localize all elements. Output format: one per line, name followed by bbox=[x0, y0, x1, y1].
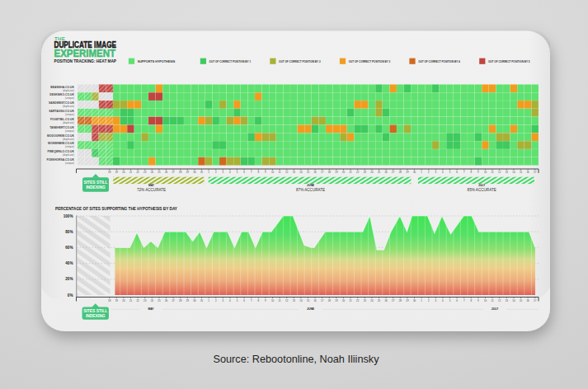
svg-text:24: 24 bbox=[151, 171, 154, 174]
svg-text:(unique): (unique) bbox=[65, 96, 74, 100]
svg-text:20: 20 bbox=[122, 171, 125, 174]
svg-text:21: 21 bbox=[129, 171, 133, 174]
svg-text:12: 12 bbox=[285, 299, 289, 302]
svg-text:SITES STILL: SITES STILL bbox=[83, 309, 107, 313]
svg-text:24: 24 bbox=[370, 171, 374, 174]
svg-text:23: 23 bbox=[143, 299, 147, 302]
svg-text:26: 26 bbox=[165, 171, 168, 174]
svg-text:22: 22 bbox=[356, 171, 360, 174]
svg-text:21: 21 bbox=[129, 299, 133, 302]
svg-text:30: 30 bbox=[193, 171, 196, 174]
svg-text:0%: 0% bbox=[68, 293, 73, 298]
svg-text:POSITION TRACKING: HEAT MAP: POSITION TRACKING: HEAT MAP bbox=[54, 59, 117, 63]
svg-text:(duplicate): (duplicate) bbox=[63, 89, 74, 92]
svg-text:20%: 20% bbox=[65, 277, 73, 281]
svg-text:12: 12 bbox=[498, 299, 501, 302]
svg-text:24: 24 bbox=[370, 299, 374, 302]
svg-text:INDEXING: INDEXING bbox=[86, 185, 106, 190]
svg-text:13: 13 bbox=[293, 299, 296, 302]
svg-text:14: 14 bbox=[299, 299, 303, 302]
svg-text:18: 18 bbox=[328, 171, 332, 174]
svg-text:14: 14 bbox=[512, 171, 515, 174]
svg-text:14: 14 bbox=[512, 299, 515, 302]
svg-text:19: 19 bbox=[335, 171, 338, 174]
svg-text:OUT OF CORRECT POSITION BY 1: OUT OF CORRECT POSITION BY 1 bbox=[209, 59, 252, 63]
svg-text:15: 15 bbox=[307, 299, 310, 302]
svg-text:72% ACCURATE: 72% ACCURATE bbox=[137, 188, 166, 192]
svg-text:10: 10 bbox=[484, 171, 487, 174]
svg-text:16: 16 bbox=[313, 299, 317, 302]
svg-text:PERCENTAGE OF SITES SUPPORTING: PERCENTAGE OF SITES SUPPORTING THE HYPOT… bbox=[55, 206, 177, 211]
svg-text:OUT OF CORRECT POSITION BY 4: OUT OF CORRECT POSITION BY 4 bbox=[418, 59, 460, 63]
svg-text:OUT OF CORRECT POSITION BY 3: OUT OF CORRECT POSITION BY 3 bbox=[349, 59, 391, 63]
svg-text:25: 25 bbox=[378, 299, 381, 302]
svg-text:25: 25 bbox=[378, 171, 381, 174]
svg-text:17: 17 bbox=[321, 171, 324, 174]
svg-text:11: 11 bbox=[492, 299, 494, 302]
svg-text:28: 28 bbox=[399, 299, 402, 302]
svg-text:JUNE: JUNE bbox=[307, 184, 315, 187]
svg-text:15: 15 bbox=[520, 171, 523, 174]
svg-text:MAY: MAY bbox=[148, 307, 154, 311]
svg-text:11: 11 bbox=[279, 299, 281, 302]
svg-text:(duplicate): (duplicate) bbox=[63, 105, 74, 108]
svg-text:15: 15 bbox=[307, 171, 310, 174]
svg-text:12: 12 bbox=[498, 171, 501, 174]
svg-text:22: 22 bbox=[136, 171, 139, 174]
svg-text:25: 25 bbox=[158, 299, 161, 302]
svg-text:12: 12 bbox=[285, 171, 289, 174]
svg-text:20: 20 bbox=[342, 171, 346, 174]
svg-text:10: 10 bbox=[271, 171, 275, 174]
svg-text:18: 18 bbox=[108, 171, 111, 174]
svg-text:23: 23 bbox=[364, 299, 367, 302]
svg-text:85% ACCURATE: 85% ACCURATE bbox=[468, 188, 496, 192]
svg-text:15: 15 bbox=[520, 299, 523, 302]
svg-text:EXPERIMENT: EXPERIMENT bbox=[54, 47, 116, 59]
svg-text:31: 31 bbox=[200, 171, 204, 174]
svg-text:28: 28 bbox=[179, 299, 182, 302]
svg-text:16: 16 bbox=[526, 299, 529, 302]
svg-text:40%: 40% bbox=[65, 261, 73, 265]
svg-text:13: 13 bbox=[293, 171, 296, 174]
svg-text:MAY: MAY bbox=[148, 184, 155, 187]
svg-text:24: 24 bbox=[151, 299, 154, 302]
svg-text:13: 13 bbox=[506, 171, 509, 174]
svg-text:27: 27 bbox=[392, 299, 395, 302]
svg-text:10: 10 bbox=[271, 299, 275, 302]
svg-text:23: 23 bbox=[143, 171, 147, 174]
svg-text:22: 22 bbox=[356, 299, 360, 302]
svg-text:26: 26 bbox=[384, 171, 388, 174]
svg-text:18: 18 bbox=[328, 299, 332, 302]
svg-text:25: 25 bbox=[158, 171, 161, 174]
svg-text:80%: 80% bbox=[65, 230, 73, 234]
svg-text:26: 26 bbox=[165, 299, 168, 302]
svg-text:17: 17 bbox=[321, 299, 324, 302]
svg-text:29: 29 bbox=[186, 171, 190, 174]
svg-text:JULY: JULY bbox=[478, 184, 486, 187]
svg-text:87% ACCURATE: 87% ACCURATE bbox=[296, 188, 325, 192]
svg-text:SUPPORTS HYPOTHESIS: SUPPORTS HYPOTHESIS bbox=[138, 59, 176, 63]
svg-text:23: 23 bbox=[364, 171, 367, 174]
svg-text:16: 16 bbox=[313, 171, 317, 174]
svg-text:JULY: JULY bbox=[492, 307, 499, 311]
svg-text:(duplicate): (duplicate) bbox=[63, 138, 74, 141]
svg-text:OUT OF CORRECT POSITION BY 5: OUT OF CORRECT POSITION BY 5 bbox=[488, 59, 530, 63]
svg-text:29: 29 bbox=[186, 299, 190, 302]
svg-text:20: 20 bbox=[342, 299, 346, 302]
svg-text:29: 29 bbox=[406, 299, 409, 302]
svg-text:18: 18 bbox=[108, 299, 111, 302]
svg-text:31: 31 bbox=[200, 299, 204, 302]
svg-text:JUNE: JUNE bbox=[307, 307, 315, 311]
svg-text:13: 13 bbox=[506, 299, 509, 302]
svg-text:(unique): (unique) bbox=[65, 145, 74, 148]
svg-text:(unique): (unique) bbox=[65, 162, 74, 165]
svg-text:100%: 100% bbox=[64, 214, 73, 218]
svg-text:30: 30 bbox=[413, 171, 416, 174]
svg-text:(unique): (unique) bbox=[65, 129, 74, 133]
svg-text:14: 14 bbox=[299, 171, 303, 174]
svg-text:30: 30 bbox=[413, 299, 416, 302]
svg-text:INDEXING: INDEXING bbox=[86, 314, 106, 318]
svg-text:Source: Rebootonline, Noah Ili: Source: Rebootonline, Noah Iliinsky bbox=[214, 354, 380, 365]
svg-text:28: 28 bbox=[179, 171, 182, 174]
svg-text:17: 17 bbox=[534, 299, 537, 302]
